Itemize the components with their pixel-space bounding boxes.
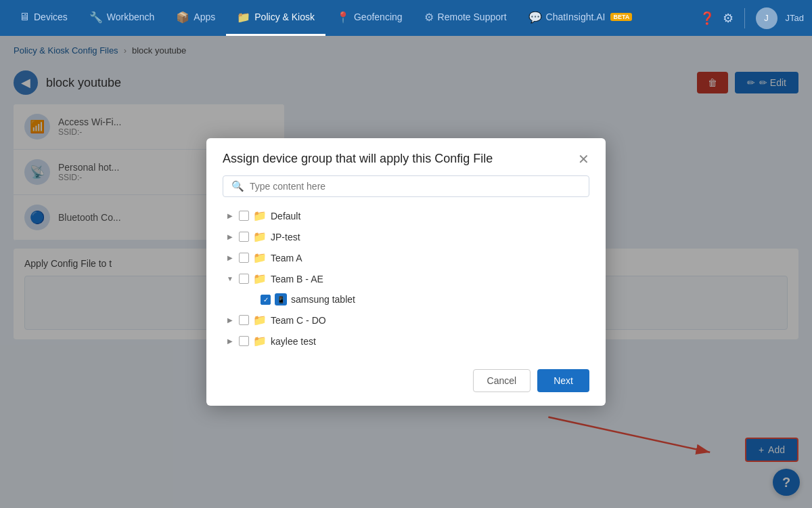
tree-label: JP-test <box>271 232 300 242</box>
tree-item-default[interactable]: ▶ 📁 Default <box>223 205 589 226</box>
nav-item-policy[interactable]: 📁 Policy & Kiosk <box>226 0 325 36</box>
checkbox-teamc[interactable] <box>239 315 249 325</box>
chevron-icon: ▶ <box>225 337 235 345</box>
avatar-initials: J <box>764 13 769 23</box>
nav-label-policy: Policy & Kiosk <box>254 12 315 22</box>
next-button[interactable]: Next <box>537 369 589 392</box>
device-tree: ▶ 📁 Default ▶ 📁 JP-test ▶ <box>223 205 589 352</box>
search-box: 🔍 <box>223 175 589 197</box>
nav-label-geofencing: Geofencing <box>354 12 403 22</box>
policy-icon: 📁 <box>237 11 250 24</box>
modal: Assign device group that will apply this… <box>206 138 606 406</box>
tree-label: Team A <box>271 253 302 263</box>
nav-item-apps[interactable]: 📦 Apps <box>165 0 226 36</box>
tree-label: samsung tablet <box>291 294 355 305</box>
tree-item-teama[interactable]: ▶ 📁 Team A <box>223 247 589 268</box>
tree-item-teamb[interactable]: ▼ 📁 Team B - AE <box>223 268 589 289</box>
device-icon: 📱 <box>275 293 287 305</box>
remote-icon: ⚙ <box>424 11 434 24</box>
tree-item-samsung[interactable]: ✓ 📱 samsung tablet <box>244 289 589 310</box>
avatar[interactable]: J <box>756 7 777 29</box>
settings-icon[interactable]: ⚙ <box>723 11 734 26</box>
folder-icon: 📁 <box>253 335 267 347</box>
nav-item-geofencing[interactable]: 📍 Geofencing <box>325 0 413 36</box>
checkbox-kaylee[interactable] <box>239 336 249 346</box>
user-label: JTad <box>786 13 804 23</box>
apps-icon: 📦 <box>176 11 189 24</box>
tree-item-teamc[interactable]: ▶ 📁 Team C - DO <box>223 310 589 331</box>
modal-close-button[interactable]: ✕ <box>578 152 589 166</box>
cancel-button[interactable]: Cancel <box>473 369 531 392</box>
nav-right: ❓ ⚙ J JTad <box>700 7 804 29</box>
checkbox-default[interactable] <box>239 211 249 221</box>
nav-item-workbench[interactable]: 🔧 Workbench <box>78 0 166 36</box>
search-input[interactable] <box>250 181 581 192</box>
tree-child-samsung: ✓ 📱 samsung tablet <box>223 289 589 310</box>
chevron-icon: ▶ <box>225 254 235 261</box>
page-content: Policy & Kiosk Config Files › block yout… <box>0 36 812 508</box>
tree-item-jptest[interactable]: ▶ 📁 JP-test <box>223 226 589 247</box>
geofencing-icon: 📍 <box>336 11 350 24</box>
checkbox-teamb[interactable] <box>239 274 249 284</box>
search-icon: 🔍 <box>231 180 244 192</box>
chevron-icon: ▼ <box>225 275 235 282</box>
nav-label-remote: Remote Support <box>438 12 507 22</box>
chevron-icon: ▶ <box>225 233 235 240</box>
nav-divider <box>744 8 745 28</box>
modal-header: Assign device group that will apply this… <box>206 138 606 175</box>
tree-label: Team C - DO <box>271 315 326 326</box>
folder-icon: 📁 <box>253 230 267 243</box>
nav-label-workbench: Workbench <box>107 12 155 22</box>
devices-icon: 🖥 <box>19 11 30 23</box>
checkbox-teama[interactable] <box>239 253 249 263</box>
checkbox-jptest[interactable] <box>239 232 249 242</box>
modal-footer: Cancel Next <box>206 361 606 406</box>
chatinsight-icon: 💬 <box>528 11 542 24</box>
workbench-icon: 🔧 <box>89 11 103 24</box>
chevron-icon: ▶ <box>225 212 235 219</box>
nav-item-devices[interactable]: 🖥 Devices <box>8 0 78 36</box>
top-nav: 🖥 Devices 🔧 Workbench 📦 Apps 📁 Policy & … <box>0 0 812 36</box>
modal-body: 🔍 ▶ 📁 Default ▶ <box>206 175 606 361</box>
folder-icon: 📁 <box>253 272 267 285</box>
folder-icon: 📁 <box>253 251 267 264</box>
nav-item-chatinsight[interactable]: 💬 ChatInsight.AI BETA <box>518 0 644 36</box>
overlay: Assign device group that will apply this… <box>0 36 812 508</box>
folder-icon: 📁 <box>253 209 267 222</box>
tree-label: Default <box>271 211 300 221</box>
tree-label: kaylee test <box>271 336 316 347</box>
nav-label-apps: Apps <box>194 12 215 22</box>
nav-item-remote[interactable]: ⚙ Remote Support <box>413 0 518 36</box>
tree-label: Team B - AE <box>271 274 323 284</box>
checkbox-samsung[interactable]: ✓ <box>261 295 271 305</box>
modal-title: Assign device group that will apply this… <box>223 152 493 166</box>
folder-icon: 📁 <box>253 314 267 326</box>
chevron-icon: ▶ <box>225 316 235 324</box>
nav-label-chatinsight: ChatInsight.AI <box>546 12 606 22</box>
tree-item-kaylee[interactable]: ▶ 📁 kaylee test <box>223 331 589 352</box>
help-icon[interactable]: ❓ <box>700 11 715 26</box>
nav-label-devices: Devices <box>34 12 68 22</box>
beta-badge: BETA <box>610 13 632 21</box>
